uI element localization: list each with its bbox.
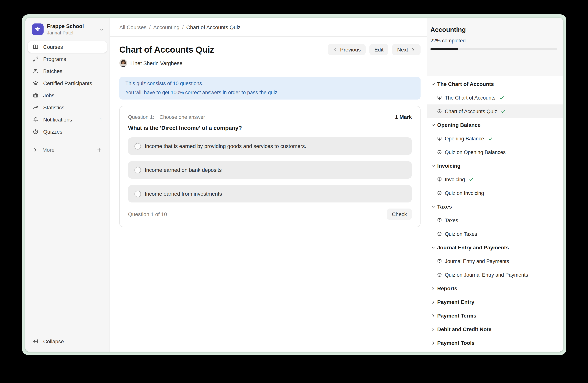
help-circle-icon <box>33 129 39 135</box>
plus-icon[interactable] <box>96 147 102 153</box>
radio-button[interactable] <box>134 143 141 149</box>
answer-option[interactable]: Income earned on bank deposits <box>128 161 412 179</box>
breadcrumb-all-courses[interactable]: All Courses <box>119 24 147 30</box>
chapter-debit-and-credit-note[interactable]: Debit and Credit Note <box>427 323 563 336</box>
sidebar-item-courses[interactable]: Courses <box>28 41 107 53</box>
chevron-down-icon <box>431 122 436 127</box>
sidebar-item-programs[interactable]: Programs <box>28 53 107 65</box>
next-label: Next <box>397 47 408 53</box>
breadcrumb-current: Chart of Accounts Quiz <box>186 24 240 30</box>
question-text: What is the 'Direct Income' of a company… <box>128 125 412 132</box>
next-button[interactable]: Next <box>392 44 420 55</box>
chapter-label: Opening Balance <box>437 122 481 128</box>
chapter-reports[interactable]: Reports <box>427 282 563 295</box>
page-title: Chart of Accounts Quiz <box>119 44 214 55</box>
sidebar-item-label: Courses <box>43 44 63 50</box>
sidebar-item-jobs[interactable]: Jobs <box>28 90 107 101</box>
chapter-label: Payment Terms <box>437 313 476 319</box>
chapter-the-chart-of-accounts[interactable]: The Chart of Accounts <box>427 77 563 91</box>
question-footer: Question 1 of 10 Check <box>128 209 412 220</box>
chapter-opening-balance[interactable]: Opening Balance <box>427 118 563 132</box>
app-window: Frappe School Jannat Patel Courses Progr… <box>25 18 563 352</box>
chapter-label: Invoicing <box>437 163 461 169</box>
check-button[interactable]: Check <box>387 209 412 220</box>
question-progress-label: Question 1 of 10 <box>128 211 167 217</box>
chevron-right-icon <box>431 327 436 332</box>
radio-button[interactable] <box>134 167 141 173</box>
sidebar-item-certified-participants[interactable]: Certified Participants <box>28 77 107 89</box>
title-row: Chart of Accounts Quiz Previous Edit Nex… <box>119 43 420 56</box>
author-row: Linet Sherin Varghese <box>119 59 420 67</box>
monitor-play-icon <box>437 177 442 182</box>
chapter-payment-tools[interactable]: Payment Tools <box>427 336 563 350</box>
trending-up-icon <box>33 104 39 111</box>
chapter-payment-terms[interactable]: Payment Terms <box>427 309 563 323</box>
check-label: Check <box>392 211 407 217</box>
answer-option[interactable]: Income earned from investments <box>128 185 412 202</box>
lesson-quiz-on-taxes[interactable]: Quiz on Taxes <box>427 227 563 241</box>
monitor-play-icon <box>437 95 442 100</box>
quiz-notice-banner: This quiz consists of 10 questions. You … <box>119 77 420 99</box>
author-name: Linet Sherin Varghese <box>130 60 182 66</box>
question-hint: Choose one answer <box>160 114 205 120</box>
chevron-down-icon <box>431 163 436 168</box>
frappe-school-logo-icon <box>32 24 43 35</box>
lesson-opening-balance[interactable]: Opening Balance <box>427 132 563 145</box>
sidebar-item-quizzes[interactable]: Quizzes <box>28 126 107 137</box>
lesson-quiz-on-journal-entry-and-payments[interactable]: Quiz on Journal Entry and Payments <box>427 268 563 282</box>
workspace-switcher[interactable]: Frappe School Jannat Patel <box>25 18 109 36</box>
lesson-invoicing[interactable]: Invoicing <box>427 172 563 186</box>
collapse-sidebar-button[interactable]: Collapse <box>33 336 64 347</box>
sidebar-item-label: Notifications <box>43 116 72 123</box>
chevron-right-icon <box>33 147 38 153</box>
answer-option-label: Income that is earned by providing goods… <box>145 143 306 149</box>
lesson-label: Journal Entry and Payments <box>445 258 509 264</box>
chevron-left-icon <box>333 47 337 52</box>
lesson-the-chart-of-accounts[interactable]: The Chart of Accounts <box>427 91 563 104</box>
sidebar-item-more[interactable]: More <box>28 144 107 155</box>
chapter-invoicing[interactable]: Invoicing <box>427 159 563 172</box>
chapter-journal-entry-and-payments[interactable]: Journal Entry and Payments <box>427 241 563 254</box>
chevron-right-icon <box>411 47 416 52</box>
question-marks: 1 Mark <box>395 114 412 120</box>
answer-option[interactable]: Income that is earned by providing goods… <box>128 137 412 155</box>
check-icon <box>499 95 504 100</box>
window-frame: Frappe School Jannat Patel Courses Progr… <box>22 14 567 355</box>
answer-options: Income that is earned by providing goods… <box>128 137 412 202</box>
chapter-label: Journal Entry and Payments <box>437 245 509 250</box>
lesson-quiz-on-invoicing[interactable]: Quiz on Invoicing <box>427 186 563 200</box>
previous-button[interactable]: Previous <box>328 44 366 55</box>
progress-fill <box>430 48 458 50</box>
chevron-down-icon <box>431 245 436 250</box>
chapter-taxes[interactable]: Taxes <box>427 200 563 213</box>
chevron-right-icon <box>431 286 436 291</box>
radio-button[interactable] <box>134 191 141 197</box>
sidebar-item-batches[interactable]: Batches <box>28 65 107 77</box>
chevron-down-icon[interactable] <box>99 27 104 32</box>
question-card: Question 1: Choose one answer 1 Mark Wha… <box>119 106 420 227</box>
notice-line: This quiz consists of 10 questions. <box>126 79 415 88</box>
sidebar-nav: Courses Programs Batches Certified Parti… <box>25 41 109 155</box>
lesson-journal-entry-and-payments[interactable]: Journal Entry and Payments <box>427 254 563 268</box>
course-progress-header: Accounting 22% completed <box>427 18 563 76</box>
check-icon <box>469 177 474 182</box>
lesson-chart-of-accounts-quiz[interactable]: Chart of Accounts Quiz <box>427 104 563 118</box>
answer-option-label: Income earned on bank deposits <box>145 167 222 173</box>
chapter-payment-entry[interactable]: Payment Entry <box>427 295 563 309</box>
avatar <box>119 59 127 67</box>
course-outline-panel: Accounting 22% completed The Chart of Ac… <box>427 18 563 352</box>
monitor-play-icon <box>437 136 442 141</box>
lesson-actions: Previous Edit Next <box>328 44 420 55</box>
question-circle-icon <box>437 272 442 277</box>
lesson-quiz-on-opening-balances[interactable]: Quiz on Opening Balances <box>427 145 563 159</box>
workspace-title: Frappe School <box>47 23 84 30</box>
breadcrumb-separator: / <box>182 24 184 30</box>
sidebar-item-notifications[interactable]: Notifications 1 <box>28 114 107 125</box>
edit-button[interactable]: Edit <box>369 44 388 55</box>
lesson-taxes[interactable]: Taxes <box>427 213 563 227</box>
course-progress-label: 22% completed <box>430 38 557 44</box>
course-outline: The Chart of Accounts The Chart of Accou… <box>427 76 563 352</box>
monitor-play-icon <box>437 218 442 223</box>
breadcrumb-accounting[interactable]: Accounting <box>153 24 180 30</box>
sidebar-item-statistics[interactable]: Statistics <box>28 102 107 113</box>
